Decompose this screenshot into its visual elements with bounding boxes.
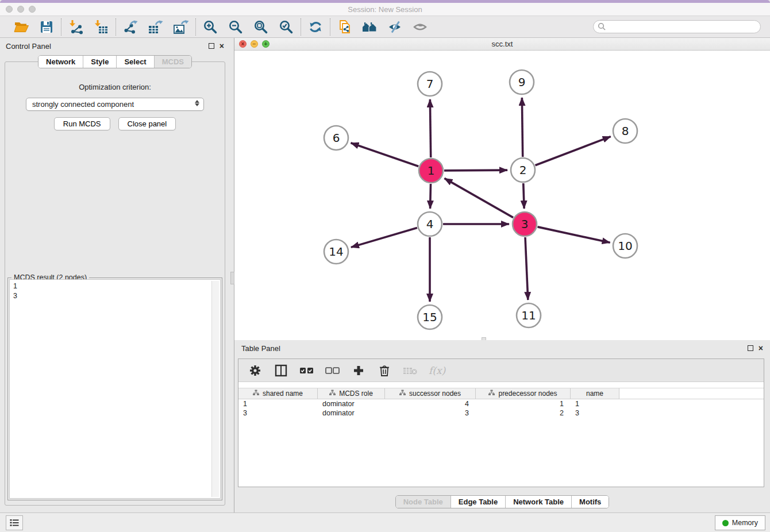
refresh-view-icon[interactable] xyxy=(307,19,324,34)
node-label-7: 7 xyxy=(426,77,434,91)
open-session-icon[interactable] xyxy=(13,19,30,34)
edge-1-2[interactable] xyxy=(444,170,507,171)
zoom-out-icon[interactable] xyxy=(227,19,244,34)
node-label-2: 2 xyxy=(519,163,527,177)
table-cell[interactable]: 1 xyxy=(571,399,619,408)
tab-style[interactable]: Style xyxy=(83,56,116,68)
run-mcds-button[interactable]: Run MCDS xyxy=(54,117,110,130)
column-header-successor-nodes[interactable]: successor nodes xyxy=(385,388,476,399)
table-cell[interactable]: 3 xyxy=(571,408,619,418)
edge-1-7[interactable] xyxy=(430,99,430,157)
zoom-selected-icon[interactable] xyxy=(278,19,295,34)
task-history-button[interactable] xyxy=(6,515,23,530)
edge-2-9[interactable] xyxy=(522,98,522,157)
mcds-result-group: MCDS result (2 nodes) 1 3 xyxy=(7,277,222,500)
edge-4-14[interactable] xyxy=(351,228,417,247)
table-cell[interactable]: 1 xyxy=(238,399,318,408)
edge-3-11[interactable] xyxy=(525,237,528,300)
node-label-10: 10 xyxy=(618,239,632,253)
deselect-all-checkboxes-icon[interactable] xyxy=(325,363,340,378)
memory-button[interactable]: Memory xyxy=(715,515,765,530)
add-column-icon[interactable] xyxy=(351,363,366,378)
node-label-1: 1 xyxy=(428,164,435,178)
tab-select[interactable]: Select xyxy=(116,56,153,68)
tab-node-table[interactable]: Node Table xyxy=(396,496,451,508)
table-cell[interactable]: 2 xyxy=(476,408,571,418)
table-cell[interactable]: dominator xyxy=(318,408,385,418)
dropdown-value: strongly connected component xyxy=(32,100,134,109)
edge-2-8[interactable] xyxy=(535,137,610,165)
table-cell[interactable]: 3 xyxy=(385,408,476,418)
tab-network[interactable]: Network xyxy=(38,56,83,68)
zoom-fit-icon[interactable] xyxy=(252,19,270,34)
table-panel-title: Table Panel xyxy=(241,344,280,353)
hide-selected-icon[interactable] xyxy=(387,19,404,34)
edge-1-6[interactable] xyxy=(351,143,419,167)
tab-network-table[interactable]: Network Table xyxy=(505,496,571,508)
select-all-checkboxes-icon[interactable] xyxy=(299,363,314,378)
mcds-result-text[interactable]: 1 3 xyxy=(9,279,221,499)
show-column-panel-icon[interactable] xyxy=(274,363,288,378)
network-graph[interactable]: 7968124314101511 xyxy=(234,51,770,340)
import-table-icon[interactable] xyxy=(93,19,110,34)
node-label-9: 9 xyxy=(518,75,526,89)
column-header-predecessor-nodes[interactable]: predecessor nodes xyxy=(476,388,571,399)
optimization-criterion-label: Optimization criterion: xyxy=(5,83,225,91)
table-close-panel-icon[interactable]: × xyxy=(759,345,763,351)
mcds-result-scrollbar[interactable] xyxy=(211,281,219,497)
tab-edge-table[interactable]: Edge Table xyxy=(451,496,505,508)
table-row[interactable]: 1dominator411 xyxy=(238,399,764,408)
edge-1-4[interactable] xyxy=(430,184,431,209)
edge-3-1[interactable] xyxy=(444,178,513,217)
tab-mcds[interactable]: MCDS xyxy=(154,56,191,68)
mcds-result-line: 1 xyxy=(13,282,217,291)
export-table-icon[interactable] xyxy=(147,19,164,34)
panel-splitter[interactable] xyxy=(230,38,234,512)
table-cell[interactable]: dominator xyxy=(318,399,385,408)
table-cell[interactable]: 3 xyxy=(238,408,318,418)
export-network-icon[interactable] xyxy=(122,19,139,34)
splitter-handle[interactable] xyxy=(230,272,234,284)
status-bar: Memory xyxy=(0,512,770,532)
tab-motifs[interactable]: Motifs xyxy=(571,496,609,508)
column-header-shared-name[interactable]: shared name xyxy=(238,388,318,399)
edge-2-3[interactable] xyxy=(523,183,524,209)
node-label-15: 15 xyxy=(422,310,437,324)
import-network-icon[interactable] xyxy=(67,19,84,34)
column-header-name[interactable]: name xyxy=(571,388,619,399)
optimization-criterion-dropdown[interactable]: strongly connected component xyxy=(26,98,204,111)
sort-hierarchy-icon xyxy=(253,390,259,398)
zoom-in-icon[interactable] xyxy=(202,19,219,34)
delete-table-icon[interactable] xyxy=(403,363,418,378)
mcds-result-line: 3 xyxy=(13,291,217,301)
node-label-14: 14 xyxy=(329,245,343,259)
table-cell[interactable]: 4 xyxy=(385,399,476,408)
function-builder-icon[interactable]: f(x) xyxy=(429,365,445,376)
titlebar: Session: New Session xyxy=(0,3,770,16)
float-panel-icon[interactable] xyxy=(209,43,214,49)
sort-hierarchy-icon xyxy=(488,390,495,398)
sort-hierarchy-icon xyxy=(329,390,336,398)
column-settings-icon[interactable] xyxy=(248,363,263,378)
column-header-MCDS-role[interactable]: MCDS role xyxy=(318,388,385,399)
network-canvas[interactable]: 7968124314101511 xyxy=(234,51,770,340)
mcds-panel: Optimization criterion: strongly connect… xyxy=(5,61,225,506)
show-all-icon[interactable] xyxy=(412,19,429,34)
export-image-icon[interactable] xyxy=(172,19,190,34)
table-float-panel-icon[interactable] xyxy=(748,345,753,351)
save-session-icon[interactable] xyxy=(38,19,55,34)
memory-label: Memory xyxy=(732,519,758,527)
sort-hierarchy-icon xyxy=(399,390,406,398)
duplicate-network-icon[interactable] xyxy=(336,19,353,34)
close-panel-button[interactable]: Close panel xyxy=(118,117,176,130)
table-cell[interactable]: 1 xyxy=(476,399,571,408)
close-panel-icon[interactable]: × xyxy=(220,43,224,49)
first-neighbors-icon[interactable] xyxy=(361,19,379,34)
network-window-title: scc.txt xyxy=(234,40,770,48)
delete-column-icon[interactable] xyxy=(377,363,392,378)
table-row[interactable]: 3dominator323 xyxy=(238,408,764,418)
edge-3-10[interactable] xyxy=(537,227,610,242)
node-table: shared nameMCDS rolesuccessor nodesprede… xyxy=(238,388,764,418)
toolbar-search xyxy=(593,20,761,33)
search-input[interactable] xyxy=(593,20,761,33)
